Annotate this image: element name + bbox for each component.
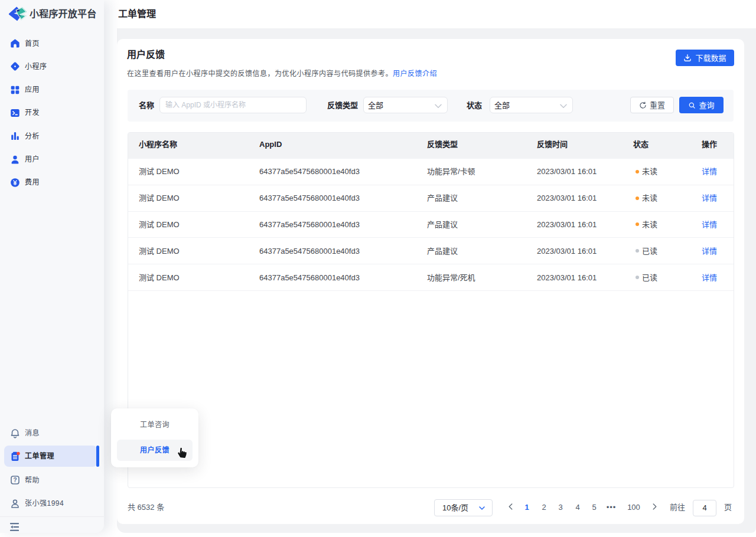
svg-text:?: ? (13, 477, 17, 483)
